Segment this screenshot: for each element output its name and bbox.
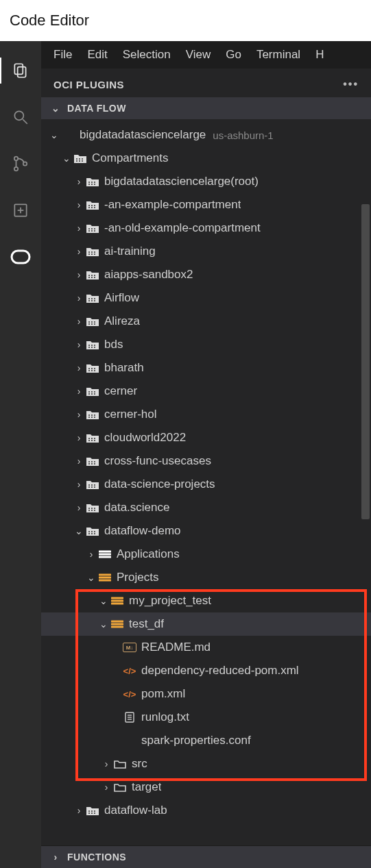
file-dep-pom[interactable]: › </> dependency-reduced-pom.xml: [41, 659, 371, 682]
compartment-row[interactable]: ›data-science-projects: [41, 473, 371, 496]
scm-activity-icon[interactable]: [10, 153, 31, 174]
folder-icon: [85, 293, 100, 303]
menu-edit[interactable]: Edit: [87, 48, 107, 62]
svg-point-95: [88, 484, 90, 486]
compartment-row[interactable]: ›cross-func-usecases: [41, 449, 371, 473]
menu-selection[interactable]: Selection: [123, 48, 171, 62]
file-spark-conf[interactable]: › spark-properties.conf: [41, 729, 371, 752]
chevron-down-icon: ⌄: [97, 595, 110, 606]
svg-point-22: [94, 184, 95, 185]
compartment-label: Alireza: [104, 314, 140, 328]
compartment-label: dataflow-demo: [104, 524, 181, 538]
compartment-row[interactable]: ›cerner: [41, 380, 371, 403]
svg-point-104: [88, 510, 90, 511]
svg-point-132: [88, 813, 90, 814]
explorer-activity-icon[interactable]: [10, 60, 31, 81]
svg-point-79: [94, 414, 95, 416]
menu-file[interactable]: File: [53, 48, 72, 62]
menu-terminal[interactable]: Terminal: [256, 48, 300, 62]
project-my-project-test[interactable]: ⌄ my_project_test: [41, 589, 371, 612]
section-functions[interactable]: › FUNCTIONS: [41, 845, 371, 868]
panel-title: OCI PLUGINS: [53, 79, 124, 90]
compartment-row[interactable]: ›ai-training: [41, 240, 371, 263]
projects-row[interactable]: ⌄ Projects: [41, 566, 371, 589]
folder-icon: [85, 247, 100, 256]
menu-help[interactable]: H: [315, 48, 324, 62]
panel-more-icon[interactable]: •••: [343, 78, 359, 90]
menu-bar: File Edit Selection View Go Terminal H: [41, 41, 371, 69]
folder-target[interactable]: › target: [41, 776, 371, 799]
svg-point-36: [91, 251, 93, 253]
chevron-down-icon: ⌄: [73, 525, 85, 536]
compartment-dataflow-demo[interactable]: ⌄ dataflow-demo: [41, 519, 371, 543]
compartment-label: bds: [104, 338, 123, 351]
svg-point-87: [91, 440, 93, 441]
folder-icon: [85, 433, 100, 443]
svg-point-72: [91, 391, 93, 393]
folder-icon: [85, 200, 100, 210]
section-dataflow[interactable]: ⌄ DATA FLOW: [41, 97, 371, 119]
menu-go[interactable]: Go: [226, 48, 241, 62]
svg-point-65: [88, 368, 90, 369]
compartment-row[interactable]: ›-an-old-example-compartment: [41, 216, 371, 240]
svg-point-108: [91, 531, 93, 532]
new-file-activity-icon[interactable]: [10, 200, 31, 221]
text-file-icon: [122, 712, 137, 723]
compartment-row[interactable]: ›data.science: [41, 496, 371, 519]
svg-point-111: [91, 533, 93, 534]
svg-point-85: [94, 438, 95, 439]
svg-point-2: [14, 111, 23, 120]
svg-point-107: [88, 531, 90, 532]
compartment-row[interactable]: ›Alireza: [41, 310, 371, 333]
folder-outline-icon: [112, 759, 128, 769]
compartment-row[interactable]: ›cloudworld2022: [41, 426, 371, 449]
compartment-row[interactable]: ›aiapps-sandbox2: [41, 263, 371, 286]
menu-view[interactable]: View: [186, 48, 211, 62]
search-activity-icon[interactable]: [10, 107, 31, 127]
oracle-activity-icon[interactable]: [10, 247, 31, 267]
svg-point-82: [94, 417, 95, 418]
svg-point-60: [91, 345, 93, 346]
compartment-label: dataflow-lab: [104, 804, 167, 817]
chevron-down-icon: ⌄: [85, 572, 97, 583]
compartment-row[interactable]: ›bds: [41, 333, 371, 356]
chevron-right-icon: ›: [73, 502, 85, 513]
folder-icon: [85, 526, 100, 536]
chevron-right-icon: ›: [73, 293, 85, 303]
svg-point-70: [94, 370, 95, 371]
folder-icon: [85, 223, 100, 233]
tree: ⌄ bigdatadatasciencelarge us-ashburn-1 ⌄…: [41, 119, 371, 845]
compartments-row[interactable]: ⌄ Compartments: [41, 147, 371, 170]
svg-point-94: [94, 463, 95, 464]
svg-point-52: [94, 300, 95, 301]
folder-label: src: [132, 757, 147, 771]
scrollbar-thumb[interactable]: [361, 204, 370, 519]
compartment-dataflow-lab[interactable]: › dataflow-lab: [41, 799, 371, 822]
svg-point-80: [88, 417, 90, 418]
chevron-right-icon: ›: [73, 479, 85, 490]
compartment-row[interactable]: ›cerner-hol: [41, 403, 371, 426]
svg-point-42: [91, 275, 93, 276]
compartment-row[interactable]: ›-an-example-compartment: [41, 193, 371, 216]
project-test-df[interactable]: ⌄ test_df: [41, 612, 371, 636]
chevron-right-icon: ›: [73, 223, 85, 234]
folder-icon: [85, 270, 100, 280]
compartment-label: ai-training: [104, 245, 156, 258]
svg-point-25: [94, 205, 95, 206]
compartment-row[interactable]: ›bigdatadatasciencelarge(root): [41, 170, 371, 193]
svg-point-77: [88, 414, 90, 416]
compartment-row[interactable]: ›bharath: [41, 356, 371, 380]
tenancy-row[interactable]: ⌄ bigdatadatasciencelarge us-ashburn-1: [41, 123, 371, 147]
svg-point-101: [88, 508, 90, 509]
svg-point-92: [88, 463, 90, 464]
applications-row[interactable]: › Applications: [41, 543, 371, 566]
file-readme[interactable]: › M↓ README.md: [41, 636, 371, 659]
file-pom[interactable]: › </> pom.xml: [41, 682, 371, 706]
compartment-row[interactable]: ›Airflow: [41, 286, 371, 310]
file-runlog[interactable]: › runlog.txt: [41, 706, 371, 729]
svg-point-98: [88, 486, 90, 488]
folder-src[interactable]: › src: [41, 752, 371, 776]
svg-point-88: [94, 440, 95, 441]
svg-point-49: [94, 298, 95, 299]
svg-point-12: [79, 158, 80, 160]
